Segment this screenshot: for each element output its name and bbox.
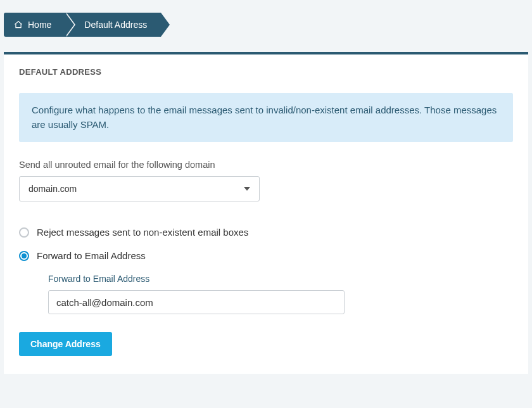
option-reject-label: Reject messages sent to non-existent ema… [37,227,248,238]
option-reject[interactable]: Reject messages sent to non-existent ema… [19,227,513,238]
domain-select[interactable]: domain.com [19,176,260,201]
breadcrumb-home[interactable]: Home [4,13,65,37]
option-forward[interactable]: Forward to Email Address [19,250,513,261]
info-banner: Configure what happens to the email mess… [19,93,513,142]
breadcrumb-home-label: Home [28,20,51,30]
domain-select-value: domain.com [28,184,77,194]
domain-select-label: Send all unrouted email for the followin… [19,160,513,170]
breadcrumb-current-label: Default Address [84,20,147,30]
option-forward-label: Forward to Email Address [37,250,146,261]
forward-email-input[interactable] [48,290,345,314]
radio-icon [19,227,29,238]
forward-email-label: Forward to Email Address [48,274,513,284]
change-address-button[interactable]: Change Address [19,332,112,356]
main-panel: DEFAULT ADDRESS Configure what happens t… [4,52,528,374]
forward-subfield: Forward to Email Address [48,274,513,314]
breadcrumb-current[interactable]: Default Address [65,13,161,37]
chevron-down-icon [244,187,250,191]
radio-icon-checked [19,251,29,261]
page-title: DEFAULT ADDRESS [19,67,513,77]
breadcrumb: Home Default Address [4,13,528,37]
home-icon [14,20,23,29]
